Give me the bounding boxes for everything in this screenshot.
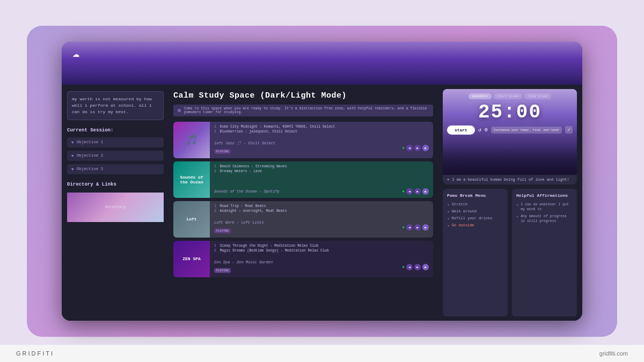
next-btn-4[interactable]: ▶ xyxy=(414,264,421,270)
timer-tabs: pomodoro short break long break xyxy=(469,93,551,99)
play-btn-3[interactable]: ▶ xyxy=(422,224,429,231)
pomo-item-2: • Walk around xyxy=(447,208,503,215)
card-controls-2: ● ◀ ▶ ▶ xyxy=(402,188,429,195)
playlist-badge-3: PLAYING xyxy=(214,228,231,233)
prev-btn-2[interactable]: ◀ xyxy=(406,188,413,195)
card-footer-4: Zen Spa - Zen Music Garden PLAYING ● ◀ ▶… xyxy=(214,260,429,274)
subtitle-dot xyxy=(178,109,181,112)
aff-bullet-1: • xyxy=(516,203,518,208)
track-list-4: 1 Sleep Through the Night - Meditation R… xyxy=(214,244,429,253)
directory-links-title: Directory & Links xyxy=(67,182,164,187)
playlist-name-2: Sounds of the Ocean - Spotify xyxy=(214,189,280,194)
playlist-badge-1: PLAYING xyxy=(214,149,231,154)
customize-button[interactable]: Customize your timer, find, and reset xyxy=(491,127,562,134)
play-btn-4[interactable]: ▶ xyxy=(422,264,429,270)
prev-btn-3[interactable]: ◀ xyxy=(406,224,413,231)
prev-btn-1[interactable]: ◀ xyxy=(406,145,413,151)
session-title: Current Session: xyxy=(67,128,164,133)
start-button[interactable]: start xyxy=(447,125,475,135)
affirmation-heart-icon: ♥ xyxy=(447,178,449,182)
main-content: my worth is not measured by how well i p… xyxy=(62,85,582,321)
helpful-affirmations: Helpful Affirmations • I can do whatever… xyxy=(512,189,577,316)
playlist-card-1: 🎵 1 Kobe City Midnight - Komachi, KOHYI … xyxy=(173,122,433,158)
card-footer-3: Loft Work - Loft Lists PLAYING ● ◀ ▶ ▶ xyxy=(214,220,429,234)
directory-image: Directory xyxy=(67,193,164,222)
objective-3[interactable]: ♥ Objective 3 xyxy=(67,164,164,174)
subtitle-bar: Come to this space when you are ready to… xyxy=(173,105,433,116)
track-4-1: 1 Sleep Through the Night - Meditation R… xyxy=(214,244,429,248)
affirmation-text: I am a beautiful human being full of lov… xyxy=(452,178,569,182)
brand-left: GRIDFITI xyxy=(16,350,54,357)
directory-thumbnail: Directory xyxy=(67,193,164,222)
bullet-3: • xyxy=(447,216,450,221)
pomo-label-1: Stretch xyxy=(452,202,467,206)
brand-right: gridfiti.com xyxy=(599,350,628,357)
objective-1-label: Objective 1 xyxy=(77,140,104,144)
card-controls-4: ● ◀ ▶ ▶ xyxy=(402,264,429,270)
track-4-2: 2 Magic Dreams (Bedtime Songs) - Meditat… xyxy=(214,249,429,253)
laptop-frame: ☁ my worth is not measured by how well i… xyxy=(62,42,582,321)
bullet-1: • xyxy=(447,202,450,207)
cloud-logo-icon: ☁ xyxy=(72,46,89,57)
card-footer-2: Sounds of the Ocean - Spotify ● ◀ ▶ ▶ xyxy=(214,188,429,195)
aff-bullet-2: • xyxy=(516,215,518,220)
tab-short-break[interactable]: short break xyxy=(494,93,523,99)
fullscreen-button[interactable]: ⤢ xyxy=(565,126,573,134)
playlist-card-3: Loft 1 Road Trip - Moat Beats 2 midnight… xyxy=(173,201,433,238)
playlist-body-3: 1 Road Trip - Moat Beats 2 midnight - ov… xyxy=(210,201,433,238)
aff-item-1: • I can do whatever I put my mind to xyxy=(516,201,573,213)
timer-display: 25:00 xyxy=(478,101,541,123)
track-list-3: 1 Road Trip - Moat Beats 2 midnight - ov… xyxy=(214,204,429,213)
objective-3-label: Objective 3 xyxy=(77,167,104,171)
pomo-item-1: • Stretch xyxy=(447,201,503,208)
track-2-2: 2 Dreamy Waters - Lave xyxy=(214,169,429,173)
objective-1[interactable]: ♥ Objective 1 xyxy=(67,137,164,147)
city-silhouette xyxy=(443,148,577,175)
track-3-2: 2 midnight - overnight, Moat Beats xyxy=(214,209,429,213)
directory-label: Directory xyxy=(105,205,126,209)
playlist-body-1: 1 Kobe City Midnight - Komachi, KOHYI YO… xyxy=(210,122,433,158)
left-panel: my worth is not measured by how well i p… xyxy=(62,85,169,321)
header-banner: ☁ xyxy=(62,42,582,85)
next-btn-2[interactable]: ▶ xyxy=(414,188,421,195)
pomo-label-2: Walk around xyxy=(452,209,477,213)
track-2-1: 1 Beach Calmness - Streaming Waves xyxy=(214,165,429,168)
tab-long-break[interactable]: long break xyxy=(524,93,551,99)
bottom-bar: GRIDFITI gridfiti.com xyxy=(0,345,644,362)
timer-background: pomodoro short break long break 25:00 st… xyxy=(443,89,577,175)
playlist-name-1: lofi Jazz 🎵 - Chill Select xyxy=(214,141,275,145)
affirmation-bar: ♥ I am a beautiful human being full of l… xyxy=(443,175,577,184)
timer-controls: start ↺ ⚙ Customize your timer, find, an… xyxy=(447,125,573,135)
track-list-1: 1 Kobe City Midnight - Komachi, KOHYI YO… xyxy=(214,125,429,134)
affirmations-title: Helpful Affirmations xyxy=(516,193,573,198)
playlist-thumb-2: Sounds of the Ocean xyxy=(173,161,210,198)
playlist-card-4: ZEN SPA 1 Sleep Through the Night - Medi… xyxy=(173,241,433,277)
objective-2[interactable]: ♥ Objective 2 xyxy=(67,151,164,161)
bullet-2: • xyxy=(447,209,450,214)
prev-btn-4[interactable]: ◀ xyxy=(406,264,413,270)
heart-icon-3: ♥ xyxy=(71,167,74,172)
aff-label-1: I can do whatever I put my mind to xyxy=(521,202,573,212)
play-btn-1[interactable]: ▶ xyxy=(422,145,429,151)
heart-icon-2: ♥ xyxy=(71,153,74,158)
track-1-2: 2 Blueberries - jalequest, Chill Select xyxy=(214,130,429,134)
tab-pomodoro[interactable]: pomodoro xyxy=(469,93,492,99)
pomo-label-3: Refill your drinks xyxy=(452,216,493,220)
objective-2-label: Objective 2 xyxy=(77,153,104,158)
playlist-thumb-1: 🎵 xyxy=(173,122,210,158)
playlist-thumb-3: Loft xyxy=(173,201,210,238)
center-panel: Calm Study Space (Dark/Light Mode) Come … xyxy=(169,85,437,321)
next-btn-1[interactable]: ▶ xyxy=(414,145,421,151)
settings-icon[interactable]: ⚙ xyxy=(485,127,488,133)
spotify-icon-2: ● xyxy=(402,189,405,194)
card-footer-1: lofi Jazz 🎵 - Chill Select PLAYING ● ◀ ▶… xyxy=(214,141,429,155)
info-panels: Pomo Break Menu • Stretch • Walk around … xyxy=(443,189,577,316)
playlist-badge-4: PLAYING xyxy=(214,268,231,273)
aff-label-2: Any amount of progress is still progress xyxy=(521,214,573,224)
next-btn-3[interactable]: ▶ xyxy=(414,224,421,231)
play-btn-2[interactable]: ▶ xyxy=(422,188,429,195)
track-list-2: 1 Beach Calmness - Streaming Waves 2 Dre… xyxy=(214,165,429,173)
aff-item-2: • Any amount of progress is still progre… xyxy=(516,213,573,225)
reset-icon[interactable]: ↺ xyxy=(478,127,481,133)
outer-frame: ☁ my worth is not measured by how well i… xyxy=(27,26,617,337)
